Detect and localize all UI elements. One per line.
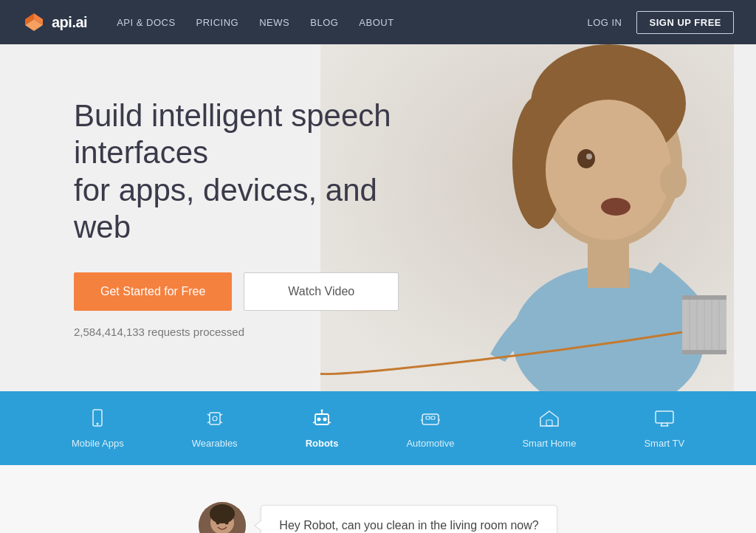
svg-point-21	[601, 198, 630, 216]
navbar: api.ai API & DOCS PRICING NEWS BLOG ABOU…	[0, 0, 756, 44]
automotive-icon	[419, 408, 442, 432]
nav-item-news[interactable]: NEWS	[259, 16, 289, 29]
mobile-apps-label: Mobile Apps	[72, 438, 124, 449]
nav-item-blog[interactable]: BLOG	[310, 16, 338, 29]
nav-links: API & DOCS PRICING NEWS BLOG ABOUT	[117, 16, 394, 29]
hero-content: Build intelligent speech interfaces for …	[0, 97, 428, 339]
svg-point-10	[660, 163, 687, 199]
mobile-apps-icon	[87, 408, 108, 432]
svg-rect-14	[682, 295, 726, 300]
category-bar: Mobile Apps Wearables	[0, 391, 756, 465]
svg-point-34	[321, 409, 323, 411]
signup-button[interactable]: SIGN UP FREE	[636, 11, 734, 34]
wearables-label: Wearables	[192, 438, 238, 449]
svg-point-8	[577, 149, 595, 168]
logo[interactable]: api.ai	[22, 10, 87, 34]
logo-text: api.ai	[52, 14, 87, 31]
smart-home-label: Smart Home	[522, 438, 576, 449]
svg-rect-12	[588, 244, 629, 288]
smart-tv-icon	[653, 408, 676, 432]
svg-rect-24	[210, 413, 220, 424]
category-smart-home[interactable]: Smart Home	[488, 408, 610, 449]
navbar-right: LOG IN SIGN UP FREE	[587, 11, 734, 34]
hero-stats: 2,584,414,133 requests processed	[74, 326, 428, 338]
svg-rect-15	[682, 350, 726, 354]
wearables-icon	[203, 408, 227, 432]
demo-section: Hey Robot, can you clean in the living r…	[0, 465, 756, 533]
category-mobile-apps[interactable]: Mobile Apps	[38, 408, 158, 449]
logo-icon	[22, 10, 46, 34]
hero-title: Build intelligent speech interfaces for …	[74, 97, 428, 247]
svg-point-7	[546, 100, 671, 240]
smart-tv-label: Smart TV	[644, 438, 684, 449]
nav-item-about[interactable]: ABOUT	[359, 16, 394, 29]
category-smart-tv[interactable]: Smart TV	[610, 408, 718, 449]
smart-home-icon	[538, 408, 560, 432]
login-link[interactable]: LOG IN	[587, 17, 622, 28]
hero-section: Build intelligent speech interfaces for …	[0, 44, 756, 391]
svg-rect-42	[546, 420, 552, 426]
nav-item-pricing[interactable]: PRICING	[196, 16, 239, 29]
nav-item-api-docs[interactable]: API & DOCS	[117, 16, 175, 29]
svg-rect-37	[422, 414, 439, 424]
svg-point-9	[586, 154, 592, 159]
category-robots[interactable]: Robots	[272, 408, 373, 449]
category-automotive[interactable]: Automotive	[372, 408, 488, 449]
svg-rect-38	[426, 416, 430, 419]
category-wearables[interactable]: Wearables	[158, 408, 272, 449]
svg-point-32	[323, 417, 327, 421]
svg-rect-39	[431, 416, 435, 419]
svg-point-23	[97, 422, 99, 424]
robots-icon	[310, 408, 334, 432]
navbar-left: api.ai API & DOCS PRICING NEWS BLOG ABOU…	[22, 10, 394, 34]
svg-point-52	[216, 521, 220, 525]
demo-chat: Hey Robot, can you clean in the living r…	[199, 502, 557, 533]
demo-chat-text: Hey Robot, can you clean in the living r…	[279, 519, 538, 532]
svg-point-50	[210, 504, 235, 523]
automotive-label: Automotive	[406, 438, 454, 449]
get-started-button[interactable]: Get Started for Free	[74, 272, 232, 311]
demo-avatar	[199, 502, 246, 533]
hero-buttons: Get Started for Free Watch Video	[74, 272, 428, 311]
demo-chat-bubble: Hey Robot, can you clean in the living r…	[261, 505, 557, 533]
watch-video-button[interactable]: Watch Video	[244, 272, 399, 311]
svg-point-29	[213, 416, 217, 421]
svg-point-53	[225, 521, 229, 525]
robots-label: Robots	[306, 438, 339, 449]
svg-point-31	[317, 417, 321, 421]
svg-rect-44	[656, 411, 673, 423]
